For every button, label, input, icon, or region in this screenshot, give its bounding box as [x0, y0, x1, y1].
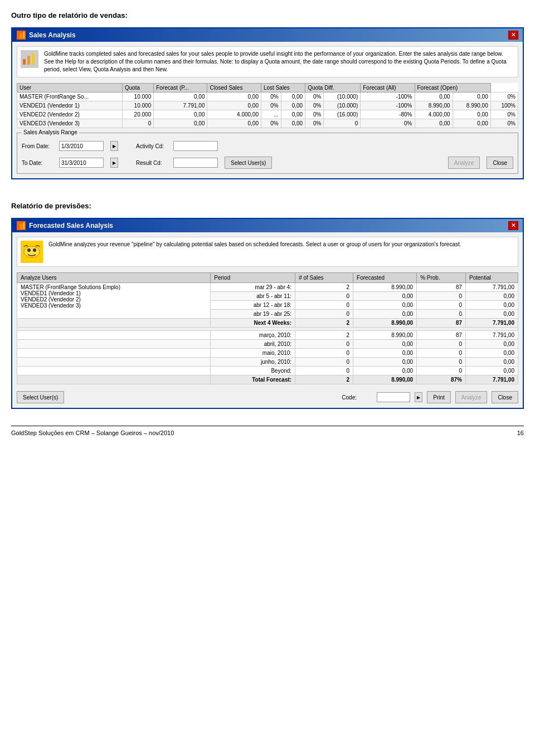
fcol-sales: # of Sales: [295, 273, 353, 283]
forecast-window-icon: [17, 221, 26, 230]
sales-analysis-titlebar: Sales Analysis ✕: [12, 28, 523, 42]
window-icon: [17, 31, 26, 40]
table-row: MASTER (FrontRange Solutions Emplo)VENDE…: [17, 283, 518, 292]
activity-cd-input[interactable]: [173, 141, 218, 151]
forecast-icon: [21, 241, 43, 263]
forecast-bottom-bar: Select User(s) Code: ▶ Print Analyze Clo…: [17, 389, 518, 403]
fcol-potential: Potential: [466, 273, 518, 283]
select-users-button[interactable]: Select User(s): [225, 157, 272, 169]
sales-analysis-title: Sales Analysis: [29, 31, 76, 39]
forecasted-close-icon[interactable]: ✕: [508, 221, 518, 230]
code-nav-btn[interactable]: ▶: [415, 392, 422, 402]
forecast-close-button[interactable]: Close: [492, 391, 518, 403]
table-row: VENDED2 (Vendedor 2) 20.000 0,00 4.000,0…: [17, 110, 518, 119]
total-row: Total Forecast: 2 8.990,00 87% 7.791,00: [17, 375, 518, 384]
activity-cd-label: Activity Cd:: [136, 143, 167, 149]
table-row: VENDED1 (Vendedor 1) 10.000 7.791,00 0,0…: [17, 101, 518, 110]
forecast-info: GoldMine analyzes your revenue "pipeline…: [17, 237, 518, 267]
svg-point-11: [33, 248, 36, 252]
from-date-label: From Date:: [22, 143, 52, 149]
group-box-title: Sales Analysis Range: [22, 129, 79, 135]
table-row: maio, 2010: 0 0,00 0 0,00: [17, 349, 518, 358]
svg-point-10: [27, 248, 31, 252]
svg-rect-1: [20, 33, 22, 38]
forecasted-sales-title: Forecasted Sales Analysis: [29, 222, 113, 230]
sales-analysis-info-text: GoldMine tracks completed sales and fore…: [44, 50, 514, 74]
svg-rect-2: [23, 32, 25, 38]
svg-rect-6: [17, 226, 19, 229]
footer-page-number: 16: [517, 430, 524, 436]
svg-rect-4: [27, 56, 30, 65]
sales-analysis-info: GoldMine tracks completed sales and fore…: [17, 46, 518, 77]
from-date-input[interactable]: [59, 141, 104, 151]
col-closed-sales: Closed Sales: [207, 84, 261, 92]
result-cd-input[interactable]: [173, 158, 218, 168]
col-user: User: [17, 84, 123, 92]
sales-analysis-range-group: Sales Analysis Range From Date: ▶ Activi…: [17, 133, 518, 174]
sales-analysis-close-icon[interactable]: ✕: [508, 31, 518, 40]
col-lost-sales: Lost Sales: [261, 84, 305, 92]
to-date-label: To Date:: [22, 160, 52, 166]
section2-title: Relatório de previsões:: [11, 202, 524, 210]
fcol-forecasted: Forecasted: [353, 273, 417, 283]
result-cd-label: Result Cd:: [136, 160, 167, 166]
col-forecast-all: Forecast (All): [361, 84, 415, 92]
forecast-table: Analyze Users Period # of Sales Forecast…: [17, 272, 518, 384]
code-label: Code:: [342, 394, 372, 401]
fcol-period: Period: [211, 273, 295, 283]
col-quota-diff: Quota Diff.: [305, 84, 361, 92]
page-footer: GoldStep Soluções em CRM – Solange Gueir…: [11, 426, 524, 436]
to-date-nav-btn[interactable]: ▶: [110, 158, 118, 168]
next4weeks-row: Next 4 Weeks: 2 8.990,00 87 7.791,00: [17, 319, 518, 328]
page-title: Outro tipo de relatório de vendas:: [11, 11, 524, 19]
from-date-nav-btn[interactable]: ▶: [110, 141, 118, 151]
sales-analysis-table: User Quota Forecast (P... Closed Sales L…: [17, 83, 518, 128]
footer-left: GoldStep Soluções em CRM – Solange Gueir…: [11, 430, 174, 436]
forecast-analyze-button[interactable]: Analyze: [455, 391, 488, 403]
to-date-input[interactable]: [59, 158, 104, 168]
svg-rect-8: [23, 222, 25, 229]
table-row: Beyond: 0 0,00 0 0,00: [17, 367, 518, 375]
svg-rect-5: [32, 53, 35, 65]
table-row: março, 2010: 2 8.990,00 87 7.791,00: [17, 331, 518, 340]
forecast-select-users-button[interactable]: Select User(s): [17, 391, 64, 403]
col-quota: Quota: [122, 84, 153, 92]
analyze-button[interactable]: Analyze: [448, 157, 480, 169]
col-forecast-p: Forecast (P...: [154, 84, 207, 92]
sales-analysis-window: Sales Analysis ✕ GoldMine tracks complet…: [11, 27, 524, 179]
fcol-users: Analyze Users: [17, 273, 211, 283]
svg-rect-0: [17, 35, 19, 38]
code-input[interactable]: [377, 392, 410, 402]
table-row: MASTER (FrontRange So... 10.000 0,00 0,0…: [17, 92, 518, 101]
fcol-prob: % Prob.: [417, 273, 466, 283]
forecast-info-text: GoldMine analyzes your revenue "pipeline…: [48, 241, 461, 248]
forecasted-sales-titlebar: Forecasted Sales Analysis ✕: [12, 219, 523, 232]
info-icon: [21, 50, 38, 68]
svg-rect-7: [20, 224, 22, 229]
table-row: abril, 2010: 0 0,00 0 0,00: [17, 340, 518, 349]
forecasted-sales-window: Forecasted Sales Analysis ✕ GoldMine ana…: [11, 218, 524, 409]
table-row: VENDED3 (Vendedor 3) 0 0,00 0,00 0% 0,00…: [17, 119, 518, 128]
col-forecast-open: Forecast (Open): [415, 84, 490, 92]
close-button[interactable]: Close: [487, 157, 513, 169]
print-button[interactable]: Print: [427, 391, 451, 403]
svg-rect-3: [23, 59, 26, 65]
table-row: junho, 2010: 0 0,00 0 0,00: [17, 358, 518, 367]
